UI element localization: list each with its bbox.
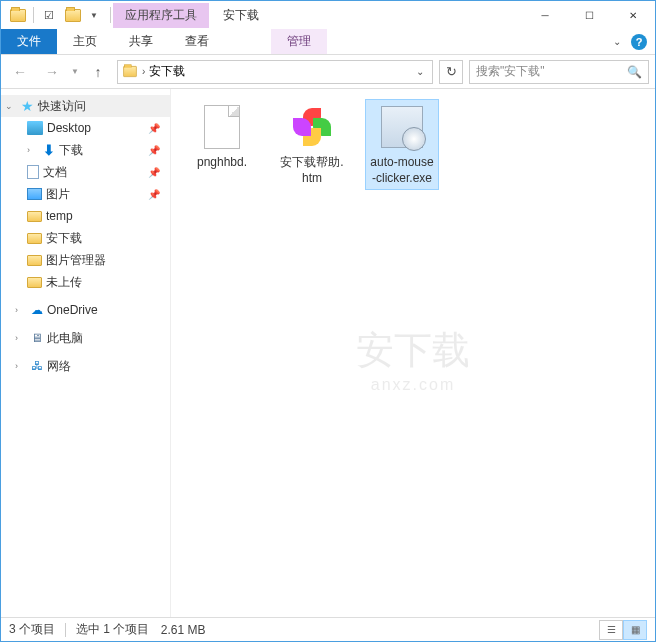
navigation-pane: ⌄ ★ 快速访问 Desktop 📌 › ⬇ 下载 📌 文档 📌 图片 📌 te [1,89,171,617]
tree-label: 下载 [59,142,83,159]
search-placeholder: 搜索"安下载" [476,63,627,80]
onedrive-icon: ☁ [31,303,43,317]
tree-onedrive[interactable]: › ☁ OneDrive [1,299,170,321]
tree-label: Desktop [47,121,91,135]
status-selection: 选中 1 个项目 [76,621,149,638]
expand-icon[interactable]: › [15,305,27,315]
qat-new-folder-button[interactable] [62,4,84,26]
status-bar: 3 个项目 选中 1 个项目 2.61 MB ☰ ▦ [1,617,655,641]
tree-unuploaded[interactable]: 未上传 [1,271,170,293]
tree-label: 此电脑 [47,330,83,347]
address-dropdown[interactable]: ⌄ [412,66,428,77]
exe-file-icon [378,103,426,151]
details-view-button[interactable]: ☰ [599,620,623,640]
file-name: 安下载帮助.htm [279,155,345,186]
tab-share[interactable]: 共享 [113,29,169,54]
htm-file-icon [288,103,336,151]
address-bar[interactable]: › 安下载 ⌄ [117,60,433,84]
tree-label: OneDrive [47,303,98,317]
search-icon[interactable]: 🔍 [627,65,642,79]
tree-quick-access[interactable]: ⌄ ★ 快速访问 [1,95,170,117]
separator [33,7,34,23]
window-controls: ─ ☐ ✕ [523,1,655,29]
icons-view-button[interactable]: ▦ [623,620,647,640]
file-item[interactable]: 安下载帮助.htm [275,99,349,190]
ribbon-collapse-button[interactable]: ⌄ [609,32,625,51]
tree-label: 图片管理器 [46,252,106,269]
ribbon-context-tab: 应用程序工具 [113,3,209,28]
qat-customize-dropdown[interactable]: ▼ [86,11,102,20]
tree-label: 未上传 [46,274,82,291]
tree-pictures[interactable]: 图片 📌 [1,183,170,205]
tree-label: temp [46,209,73,223]
separator [110,7,111,23]
tree-label: 安下载 [46,230,82,247]
titlebar: ☑ ▼ 应用程序工具 安下载 ─ ☐ ✕ [1,1,655,29]
tree-this-pc[interactable]: › 🖥 此电脑 [1,327,170,349]
pin-icon: 📌 [148,189,160,200]
folder-icon [27,233,42,244]
qat-properties-button[interactable]: ☑ [38,4,60,26]
help-icon[interactable]: ? [631,34,647,50]
breadcrumb-current[interactable]: 安下载 [149,63,185,80]
tab-file[interactable]: 文件 [1,29,57,54]
watermark-sub: anxz.com [356,376,470,394]
maximize-button[interactable]: ☐ [567,1,611,29]
documents-icon [27,165,39,179]
desktop-icon [27,121,43,135]
window-title: 安下载 [209,3,273,28]
pin-icon: 📌 [148,123,160,134]
tree-label: 文档 [43,164,67,181]
breadcrumb-separator[interactable]: › [142,66,145,77]
tree-label: 图片 [46,186,70,203]
watermark-main: 安下载 [356,325,470,376]
expand-icon[interactable]: ⌄ [5,101,17,111]
tree-downloads[interactable]: › ⬇ 下载 📌 [1,139,170,161]
file-item[interactable]: pnghhbd. [185,99,259,175]
close-button[interactable]: ✕ [611,1,655,29]
expand-icon[interactable]: › [15,333,27,343]
main-area: ⌄ ★ 快速访问 Desktop 📌 › ⬇ 下载 📌 文档 📌 图片 📌 te [1,89,655,617]
expand-icon[interactable]: › [15,361,27,371]
expand-icon[interactable]: › [27,145,39,155]
folder-icon [27,277,42,288]
tree-network[interactable]: › 🖧 网络 [1,355,170,377]
status-item-count: 3 个项目 [9,621,55,638]
up-button[interactable]: ↑ [85,59,111,85]
back-button[interactable]: ← [7,59,33,85]
tree-desktop[interactable]: Desktop 📌 [1,117,170,139]
file-name: auto-mouse-clicker.exe [369,155,435,186]
watermark: 安下载 anxz.com [356,325,470,394]
downloads-icon: ⬇ [43,142,55,158]
file-list[interactable]: pnghhbd. 安下载帮助.htm auto-mouse-clicker.ex… [171,89,655,617]
file-name: pnghhbd. [189,155,255,171]
tree-label: 快速访问 [38,98,86,115]
ribbon-tabs: 文件 主页 共享 查看 管理 ⌄ ? [1,29,655,55]
tree-temp[interactable]: temp [1,205,170,227]
network-icon: 🖧 [31,359,43,373]
star-icon: ★ [21,98,34,114]
file-item-selected[interactable]: auto-mouse-clicker.exe [365,99,439,190]
tree-anxz[interactable]: 安下载 [1,227,170,249]
quick-access-toolbar: ☑ ▼ [1,4,108,26]
history-dropdown[interactable]: ▼ [71,67,79,76]
folder-icon [27,255,42,266]
tab-manage[interactable]: 管理 [271,29,327,54]
tree-documents[interactable]: 文档 📌 [1,161,170,183]
refresh-button[interactable]: ↻ [439,60,463,84]
navigation-bar: ← → ▼ ↑ › 安下载 ⌄ ↻ 搜索"安下载" 🔍 [1,55,655,89]
minimize-button[interactable]: ─ [523,1,567,29]
status-size: 2.61 MB [161,623,206,637]
folder-icon [123,66,137,77]
app-icon[interactable] [7,4,29,26]
forward-button[interactable]: → [39,59,65,85]
tab-view[interactable]: 查看 [169,29,225,54]
folder-icon [27,211,42,222]
pictures-icon [27,188,42,200]
tree-picmgr[interactable]: 图片管理器 [1,249,170,271]
tree-label: 网络 [47,358,71,375]
blank-file-icon [198,103,246,151]
pc-icon: 🖥 [31,331,43,345]
tab-home[interactable]: 主页 [57,29,113,54]
search-input[interactable]: 搜索"安下载" 🔍 [469,60,649,84]
